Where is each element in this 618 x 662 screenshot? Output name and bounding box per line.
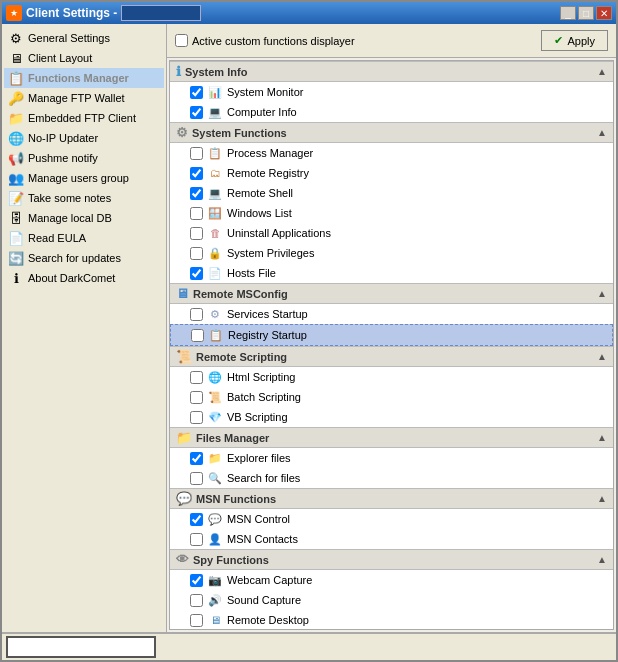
- checkbox-process-manager[interactable]: [190, 147, 203, 160]
- minimize-button[interactable]: _: [560, 6, 576, 20]
- section-header-spy-functions[interactable]: 👁 Spy Functions ▲: [170, 549, 613, 570]
- func-item-windows-list[interactable]: 🪟 Windows List: [170, 203, 613, 223]
- checkbox-uninstall-applications[interactable]: [190, 227, 203, 240]
- checkbox-search-for-files[interactable]: [190, 472, 203, 485]
- sidebar-item-pushme-notify[interactable]: 📢 Pushme notify: [4, 148, 164, 168]
- func-item-computer-info[interactable]: 💻 Computer Info: [170, 102, 613, 122]
- func-icon-system-monitor: 📊: [207, 84, 223, 100]
- section-chevron-files-manager[interactable]: ▲: [597, 432, 607, 443]
- func-item-html-scripting[interactable]: 🌐 Html Scripting: [170, 367, 613, 387]
- func-item-hosts-file[interactable]: 📄 Hosts File: [170, 263, 613, 283]
- sidebar-item-general-settings[interactable]: ⚙ General Settings: [4, 28, 164, 48]
- sidebar-label-about-darkcomet: About DarkComet: [28, 272, 115, 284]
- func-icon-windows-list: 🪟: [207, 205, 223, 221]
- section-header-system-functions[interactable]: ⚙ System Functions ▲: [170, 122, 613, 143]
- section-header-remote-msconfig[interactable]: 🖥 Remote MSConfig ▲: [170, 283, 613, 304]
- status-input[interactable]: [6, 636, 156, 658]
- checkbox-system-privileges[interactable]: [190, 247, 203, 260]
- func-item-msn-contacts[interactable]: 👤 MSN Contacts: [170, 529, 613, 549]
- section-chevron-system-functions[interactable]: ▲: [597, 127, 607, 138]
- section-header-files-manager[interactable]: 📁 Files Manager ▲: [170, 427, 613, 448]
- sidebar-item-manage-ftp-wallet[interactable]: 🔑 Manage FTP Wallet: [4, 88, 164, 108]
- sidebar: ⚙ General Settings 🖥 Client Layout 📋 Fun…: [2, 24, 167, 632]
- checkbox-batch-scripting[interactable]: [190, 391, 203, 404]
- section-header-msn-functions[interactable]: 💬 MSN Functions ▲: [170, 488, 613, 509]
- func-item-search-for-files[interactable]: 🔍 Search for files: [170, 468, 613, 488]
- func-icon-explorer-files: 📁: [207, 450, 223, 466]
- close-button[interactable]: ✕: [596, 6, 612, 20]
- checkbox-sound-capture[interactable]: [190, 594, 203, 607]
- checkbox-msn-control[interactable]: [190, 513, 203, 526]
- apply-button[interactable]: ✔ Apply: [541, 30, 608, 51]
- checkbox-services-startup[interactable]: [190, 308, 203, 321]
- func-item-msn-control[interactable]: 💬 MSN Control: [170, 509, 613, 529]
- checkbox-msn-contacts[interactable]: [190, 533, 203, 546]
- checkbox-hosts-file[interactable]: [190, 267, 203, 280]
- func-item-system-monitor[interactable]: 📊 System Monitor: [170, 82, 613, 102]
- section-chevron-spy-functions[interactable]: ▲: [597, 554, 607, 565]
- checkbox-webcam-capture[interactable]: [190, 574, 203, 587]
- section-icon-system-info: ℹ: [176, 64, 181, 79]
- sidebar-item-functions-manager[interactable]: 📋 Functions Manager: [4, 68, 164, 88]
- sidebar-item-about-darkcomet[interactable]: ℹ About DarkComet: [4, 268, 164, 288]
- sidebar-icon-take-some-notes: 📝: [8, 190, 24, 206]
- title-bar-left: ★ Client Settings -: [6, 5, 201, 21]
- func-item-remote-shell[interactable]: 💻 Remote Shell: [170, 183, 613, 203]
- sidebar-item-search-for-updates[interactable]: 🔄 Search for updates: [4, 248, 164, 268]
- func-item-remote-registry[interactable]: 🗂 Remote Registry: [170, 163, 613, 183]
- func-item-vb-scripting[interactable]: 💎 VB Scripting: [170, 407, 613, 427]
- checkbox-remote-shell[interactable]: [190, 187, 203, 200]
- func-icon-hosts-file: 📄: [207, 265, 223, 281]
- func-label-remote-desktop: Remote Desktop: [227, 614, 309, 626]
- func-item-registry-startup[interactable]: 📋 Registry Startup: [170, 324, 613, 346]
- section-chevron-remote-scripting[interactable]: ▲: [597, 351, 607, 362]
- func-label-remote-shell: Remote Shell: [227, 187, 293, 199]
- checkbox-remote-registry[interactable]: [190, 167, 203, 180]
- checkbox-remote-desktop[interactable]: [190, 614, 203, 627]
- func-label-hosts-file: Hosts File: [227, 267, 276, 279]
- active-functions-checkbox[interactable]: [175, 34, 188, 47]
- section-header-remote-scripting[interactable]: 📜 Remote Scripting ▲: [170, 346, 613, 367]
- section-title-remote-msconfig: Remote MSConfig: [193, 288, 288, 300]
- sidebar-item-read-eula[interactable]: 📄 Read EULA: [4, 228, 164, 248]
- func-item-explorer-files[interactable]: 📁 Explorer files: [170, 448, 613, 468]
- title-input[interactable]: [121, 5, 201, 21]
- checkbox-vb-scripting[interactable]: [190, 411, 203, 424]
- checkbox-html-scripting[interactable]: [190, 371, 203, 384]
- func-label-uninstall-applications: Uninstall Applications: [227, 227, 331, 239]
- checkbox-explorer-files[interactable]: [190, 452, 203, 465]
- func-item-uninstall-applications[interactable]: 🗑 Uninstall Applications: [170, 223, 613, 243]
- section-icon-spy-functions: 👁: [176, 552, 189, 567]
- sidebar-item-embedded-ftp-client[interactable]: 📁 Embedded FTP Client: [4, 108, 164, 128]
- title-controls: _ □ ✕: [560, 6, 612, 20]
- section-header-left-remote-scripting: 📜 Remote Scripting: [176, 349, 287, 364]
- section-chevron-msn-functions[interactable]: ▲: [597, 493, 607, 504]
- checkbox-computer-info[interactable]: [190, 106, 203, 119]
- section-chevron-remote-msconfig[interactable]: ▲: [597, 288, 607, 299]
- section-title-system-functions: System Functions: [192, 127, 287, 139]
- func-item-services-startup[interactable]: ⚙ Services Startup: [170, 304, 613, 324]
- sidebar-item-manage-local-db[interactable]: 🗄 Manage local DB: [4, 208, 164, 228]
- section-icon-system-functions: ⚙: [176, 125, 188, 140]
- func-label-msn-control: MSN Control: [227, 513, 290, 525]
- func-icon-vb-scripting: 💎: [207, 409, 223, 425]
- section-icon-msn-functions: 💬: [176, 491, 192, 506]
- checkbox-registry-startup[interactable]: [191, 329, 204, 342]
- sidebar-item-take-some-notes[interactable]: 📝 Take some notes: [4, 188, 164, 208]
- func-item-webcam-capture[interactable]: 📷 Webcam Capture: [170, 570, 613, 590]
- sidebar-item-manage-users-group[interactable]: 👥 Manage users group: [4, 168, 164, 188]
- func-item-system-privileges[interactable]: 🔒 System Privileges: [170, 243, 613, 263]
- checkbox-system-monitor[interactable]: [190, 86, 203, 99]
- func-item-remote-desktop[interactable]: 🖥 Remote Desktop: [170, 610, 613, 630]
- section-header-system-info[interactable]: ℹ System Info ▲: [170, 61, 613, 82]
- section-header-left-files-manager: 📁 Files Manager: [176, 430, 269, 445]
- sidebar-item-client-layout[interactable]: 🖥 Client Layout: [4, 48, 164, 68]
- maximize-button[interactable]: □: [578, 6, 594, 20]
- checkbox-windows-list[interactable]: [190, 207, 203, 220]
- func-item-batch-scripting[interactable]: 📜 Batch Scripting: [170, 387, 613, 407]
- sidebar-item-no-ip-updater[interactable]: 🌐 No-IP Updater: [4, 128, 164, 148]
- func-item-process-manager[interactable]: 📋 Process Manager: [170, 143, 613, 163]
- func-item-sound-capture[interactable]: 🔊 Sound Capture: [170, 590, 613, 610]
- active-functions-label[interactable]: Active custom functions displayer: [175, 34, 355, 47]
- section-chevron-system-info[interactable]: ▲: [597, 66, 607, 77]
